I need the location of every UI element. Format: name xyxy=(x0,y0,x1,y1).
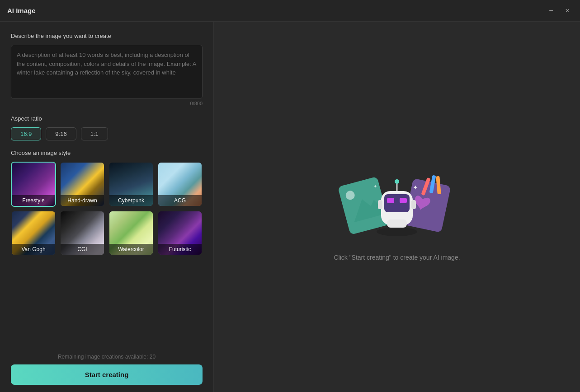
aspect-ratio-buttons: 16:9 9:16 1:1 xyxy=(11,127,203,140)
svg-text:✦: ✦ xyxy=(373,184,377,189)
style-card-vangogh[interactable]: Van Gogh xyxy=(11,210,56,256)
minimize-button[interactable]: − xyxy=(546,5,556,16)
main-layout: Describe the image you want to create 0/… xyxy=(0,22,580,392)
start-creating-button[interactable]: Start creating xyxy=(11,364,203,385)
remaining-text: Remaining image creations available: 20 xyxy=(11,354,203,360)
style-label-futuristic: Futuristic xyxy=(158,244,202,255)
style-section: Choose an image style Freestyle Hand-dra… xyxy=(11,149,203,256)
style-label-freestyle: Freestyle xyxy=(12,195,55,206)
close-button[interactable]: × xyxy=(562,5,573,16)
title-bar: AI Image − × xyxy=(0,0,580,22)
window-title: AI Image xyxy=(7,7,36,14)
bottom-area: Remaining image creations available: 20 … xyxy=(11,345,203,385)
style-label: Choose an image style xyxy=(11,149,203,156)
char-count: 0/800 xyxy=(11,101,203,106)
svg-text:✦: ✦ xyxy=(413,184,418,191)
svg-rect-11 xyxy=(378,200,382,209)
preview-hint: Click "Start creating" to create your AI… xyxy=(334,254,460,261)
style-label-cyberpunk: Cyberpunk xyxy=(109,195,153,206)
style-label-handdrawn: Hand-drawn xyxy=(61,195,104,206)
style-label-cgi: CGI xyxy=(61,244,104,255)
style-card-futuristic[interactable]: Futuristic xyxy=(157,210,203,256)
style-card-handdrawn[interactable]: Hand-drawn xyxy=(60,162,105,207)
window-controls: − × xyxy=(546,5,573,16)
svg-point-10 xyxy=(395,179,399,184)
svg-rect-7 xyxy=(387,198,394,203)
style-card-freestyle[interactable]: Freestyle xyxy=(11,162,56,207)
style-grid: Freestyle Hand-drawn Cyberpunk ACG Van G xyxy=(11,162,203,256)
svg-rect-13 xyxy=(387,219,407,228)
svg-rect-12 xyxy=(411,200,416,209)
svg-point-4 xyxy=(377,227,417,236)
ai-illustration: ✦ ✦ xyxy=(334,153,460,243)
svg-rect-6 xyxy=(384,194,410,212)
description-input[interactable] xyxy=(11,45,203,99)
style-label-acg: ACG xyxy=(158,195,202,206)
style-card-cyberpunk[interactable]: Cyberpunk xyxy=(108,162,154,207)
describe-label: Describe the image you want to create xyxy=(11,33,203,39)
aspect-btn-1-1[interactable]: 1:1 xyxy=(81,127,108,140)
style-card-watercolor[interactable]: Watercolor xyxy=(108,210,154,256)
left-panel: Describe the image you want to create 0/… xyxy=(0,22,214,392)
svg-rect-8 xyxy=(400,198,407,203)
style-label-vangogh: Van Gogh xyxy=(12,244,55,255)
aspect-ratio-label: Aspect ratio xyxy=(11,115,203,122)
right-panel: ✦ ✦ Click "Start creating" to create you… xyxy=(214,22,580,392)
aspect-btn-16-9[interactable]: 16:9 xyxy=(11,127,41,140)
style-card-acg[interactable]: ACG xyxy=(157,162,203,207)
aspect-btn-9-16[interactable]: 9:16 xyxy=(46,127,76,140)
style-card-cgi[interactable]: CGI xyxy=(60,210,105,256)
style-label-watercolor: Watercolor xyxy=(109,244,153,255)
aspect-ratio-section: Aspect ratio 16:9 9:16 1:1 xyxy=(11,115,203,140)
